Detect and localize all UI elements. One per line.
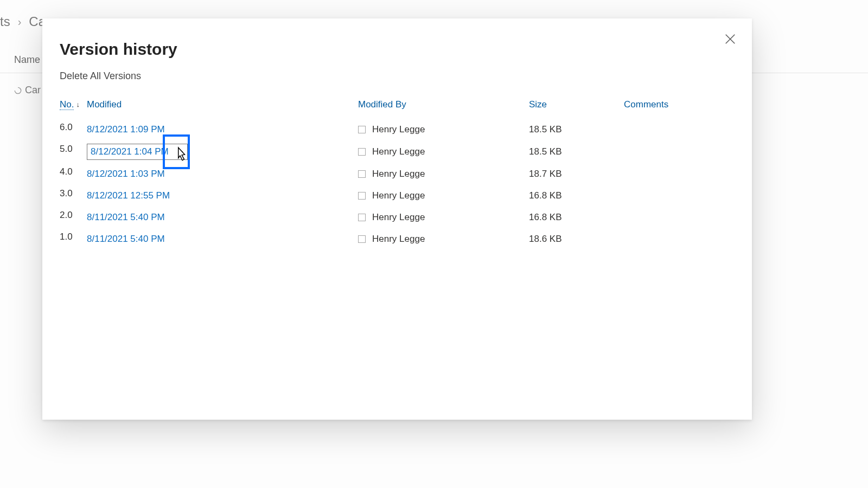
table-row: 3.08/12/2021 12:55 PMHenry Legge16.8 KB bbox=[60, 185, 735, 207]
user-presence-icon bbox=[358, 214, 366, 221]
version-modified-by: Henry Legge bbox=[358, 190, 529, 201]
table-row: 4.08/12/2021 1:03 PMHenry Legge18.7 KB bbox=[60, 163, 735, 185]
table-row: 1.08/11/2021 5:40 PMHenry Legge18.6 KB bbox=[60, 228, 735, 250]
version-modified-link[interactable]: 8/11/2021 5:40 PM bbox=[87, 230, 358, 248]
version-modified-by: Henry Legge bbox=[358, 146, 529, 157]
table-header-row: No.↓ Modified Modified By Size Comments bbox=[60, 94, 735, 115]
version-modified-by: Henry Legge bbox=[358, 234, 529, 245]
user-presence-icon bbox=[358, 235, 366, 243]
column-header-modified-by[interactable]: Modified By bbox=[358, 99, 529, 110]
version-modified-link[interactable]: 8/12/2021 12:55 PM bbox=[87, 187, 358, 204]
user-name[interactable]: Henry Legge bbox=[372, 124, 425, 135]
version-modified-by: Henry Legge bbox=[358, 212, 529, 223]
user-name[interactable]: Henry Legge bbox=[372, 146, 425, 157]
versions-table: No.↓ Modified Modified By Size Comments … bbox=[60, 94, 735, 250]
user-presence-icon bbox=[358, 148, 366, 156]
table-row: 5.08/12/2021 1:04 PM▾Henry Legge18.5 KB bbox=[60, 140, 735, 163]
user-presence-icon bbox=[358, 126, 366, 133]
version-modified-link[interactable]: 8/12/2021 1:04 PM▾ bbox=[87, 140, 358, 163]
table-row: 2.08/11/2021 5:40 PMHenry Legge16.8 KB bbox=[60, 207, 735, 228]
column-header-no[interactable]: No.↓ bbox=[60, 99, 87, 110]
column-header-name: Name bbox=[14, 54, 40, 66]
user-presence-icon bbox=[358, 192, 366, 200]
breadcrumb-item-prev: ts bbox=[0, 14, 10, 29]
version-size: 16.8 KB bbox=[529, 190, 624, 201]
column-header-size[interactable]: Size bbox=[529, 99, 624, 110]
sort-descending-icon: ↓ bbox=[76, 100, 80, 108]
dropdown-caret-icon[interactable]: ▾ bbox=[180, 149, 183, 155]
version-size: 18.7 KB bbox=[529, 169, 624, 179]
close-button[interactable] bbox=[724, 33, 737, 46]
version-modified-selected: 8/12/2021 1:04 PM▾ bbox=[87, 144, 188, 160]
version-number: 6.0 bbox=[60, 119, 87, 133]
version-modified-link[interactable]: 8/11/2021 5:40 PM bbox=[87, 209, 358, 226]
table-row: 6.08/12/2021 1:09 PMHenry Legge18.5 KB bbox=[60, 119, 735, 140]
loading-spinner-icon bbox=[14, 87, 22, 94]
version-size: 18.5 KB bbox=[529, 124, 624, 135]
version-size: 18.6 KB bbox=[529, 234, 624, 245]
user-name[interactable]: Henry Legge bbox=[372, 169, 425, 179]
version-modified-by: Henry Legge bbox=[358, 124, 529, 135]
user-presence-icon bbox=[358, 170, 366, 178]
version-number: 3.0 bbox=[60, 185, 87, 199]
column-header-comments[interactable]: Comments bbox=[624, 99, 735, 110]
column-header-modified[interactable]: Modified bbox=[87, 99, 358, 110]
version-number: 1.0 bbox=[60, 228, 87, 242]
version-modified-link[interactable]: 8/12/2021 1:09 PM bbox=[87, 121, 358, 138]
user-name[interactable]: Henry Legge bbox=[372, 190, 425, 201]
version-size: 16.8 KB bbox=[529, 212, 624, 223]
delete-all-versions-link[interactable]: Delete All Versions bbox=[60, 70, 141, 82]
breadcrumb: ts › Ca bbox=[0, 14, 46, 29]
version-history-dialog: Version history Delete All Versions No.↓… bbox=[42, 18, 752, 420]
user-name[interactable]: Henry Legge bbox=[372, 212, 425, 223]
version-number: 2.0 bbox=[60, 207, 87, 221]
dialog-title: Version history bbox=[60, 40, 735, 59]
version-number: 4.0 bbox=[60, 163, 87, 177]
chevron-right-icon: › bbox=[18, 16, 22, 28]
version-modified-link[interactable]: 8/12/2021 1:03 PM bbox=[87, 165, 358, 183]
version-modified-by: Henry Legge bbox=[358, 169, 529, 179]
version-number: 5.0 bbox=[60, 140, 87, 155]
version-size: 18.5 KB bbox=[529, 146, 624, 157]
user-name[interactable]: Henry Legge bbox=[372, 234, 425, 245]
